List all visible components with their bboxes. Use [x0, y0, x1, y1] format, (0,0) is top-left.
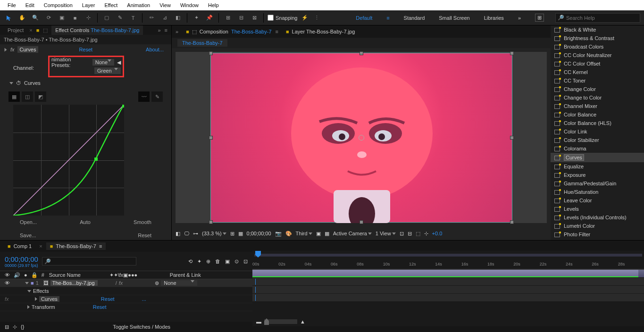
tab-project[interactable]: Project	[4, 25, 27, 35]
effect-item-channel-mixer[interactable]: Channel Mixer	[551, 102, 644, 110]
effect-item-color-balance[interactable]: Color Balance	[551, 110, 644, 119]
effect-item-black-white[interactable]: Black & White	[551, 25, 644, 34]
viewer-opt1-icon[interactable]: ⊡	[400, 231, 404, 237]
tl-icon-3[interactable]: ⊕	[206, 258, 210, 265]
snapping-menu-icon[interactable]: ⋮	[312, 13, 322, 23]
curve-control-point[interactable]	[94, 158, 98, 161]
effects-twirl[interactable]	[27, 290, 31, 292]
layer-row-1[interactable]: 👁 ■ 1 🖼 The-Bos...by-7.jpg / fx ⊚ None	[0, 279, 252, 287]
curve-pencil-icon[interactable]: ✎	[151, 91, 163, 102]
zoom-dropdown[interactable]: (33.3 %)	[202, 231, 226, 236]
parent-dropdown[interactable]: None	[161, 280, 197, 286]
workspace-overflow-icon[interactable]: »	[518, 15, 521, 21]
anchor-tool[interactable]: ⊹	[83, 13, 93, 23]
view-axis-icon[interactable]: ⊠	[249, 13, 259, 23]
effect-item-cc-color-offset[interactable]: CC Color Offset	[551, 59, 644, 68]
tl-icon-5[interactable]: ▣	[225, 258, 230, 265]
menu-view[interactable]: View	[155, 1, 176, 9]
effect-item-cc-toner[interactable]: CC Toner	[551, 76, 644, 85]
close-comp1-icon[interactable]: ×	[39, 243, 42, 249]
bbox-handle-t[interactable]	[360, 51, 363, 55]
camera-dropdown[interactable]: Active Camera	[333, 231, 372, 236]
col-lock-icon[interactable]: 🔒	[31, 272, 38, 278]
menu-layer[interactable]: Layer	[77, 1, 100, 9]
timeline-tab-main[interactable]: ■The-Boss-Baby-7≡	[46, 242, 106, 250]
clone-tool[interactable]: ⊿	[159, 13, 170, 23]
zoom-in-icon[interactable]: ▲	[300, 319, 305, 324]
col-solo-icon[interactable]: ●	[24, 272, 27, 278]
curves-reset-button[interactable]: Reset	[138, 232, 151, 238]
comp-tab-menu-icon[interactable]: ≡	[276, 29, 278, 34]
effect-item-exposure[interactable]: Exposure	[551, 171, 644, 179]
camera-tool[interactable]: ■	[70, 13, 80, 23]
panel-overflow-left-icon[interactable]: »	[176, 29, 178, 34]
effect-item-levels[interactable]: Levels	[551, 205, 644, 213]
effect-item-hue-saturation[interactable]: Hue/Saturation	[551, 188, 644, 196]
zoom-tool[interactable]: 🔍	[30, 13, 41, 23]
color-wheel-icon[interactable]: 🎨	[285, 231, 292, 237]
curves-open-button[interactable]: Open...	[20, 219, 37, 225]
current-time[interactable]: 0;00;00;00	[5, 255, 38, 263]
viewer-opt4-icon[interactable]: ⊹	[424, 231, 428, 237]
brush-tool[interactable]: ✏	[146, 13, 157, 23]
stopwatch-icon[interactable]: ⏱	[16, 80, 21, 86]
eraser-tool[interactable]: ◧	[173, 13, 183, 23]
effect-item-color-stabilizer[interactable]: Color Stabilizer	[551, 136, 644, 144]
effect-reset-link[interactable]: Reset	[79, 47, 92, 52]
tl-footer-icon-3[interactable]: {}	[21, 324, 24, 330]
panel-overflow-icon[interactable]: »	[158, 27, 160, 33]
effect-item-change-color[interactable]: Change Color	[551, 85, 644, 93]
workspace-default[interactable]: Default	[356, 15, 372, 21]
bbox-handle-tl[interactable]	[209, 51, 213, 55]
viewer-opt3-icon[interactable]: ⬚	[416, 231, 420, 237]
text-tool[interactable]: T	[128, 13, 138, 23]
viewer-alpha-icon[interactable]: ◧	[176, 231, 180, 237]
hand-tool[interactable]: ✋	[17, 13, 27, 23]
bbox-handle-l[interactable]	[209, 136, 213, 140]
rotate-tool[interactable]: ▣	[57, 13, 67, 23]
channel-dropdown[interactable]: Green	[94, 67, 121, 74]
bbox-handle-br[interactable]	[510, 220, 514, 224]
layer-track-1[interactable]	[252, 270, 644, 278]
comp-subtab[interactable]: The-Boss-Baby-7	[177, 39, 227, 47]
tl-icon-4[interactable]: 🗑	[215, 258, 220, 265]
tl-footer-icon-2[interactable]: ⊹	[13, 324, 17, 330]
time-ruler[interactable]: 00s02s04s06s08s10s12s14s16s18s20s22s24s2…	[252, 261, 644, 269]
bbox-handle-tr[interactable]	[510, 51, 514, 55]
col-audio-icon[interactable]: 🔊	[14, 272, 20, 278]
col-vis-icon[interactable]: 👁	[5, 272, 10, 278]
exposure-value[interactable]: +0.0	[432, 231, 443, 236]
viewer-grid-icon[interactable]: ▦	[238, 231, 243, 237]
snapshot-icon[interactable]: 📷	[275, 231, 282, 237]
effect-item-photo-filter[interactable]: Photo Filter	[551, 230, 644, 239]
snapping-checkbox[interactable]	[268, 15, 274, 21]
effect-about-link[interactable]: About...	[146, 47, 164, 52]
search-help-input[interactable]	[566, 15, 638, 21]
effect-item-color-balance-hls-[interactable]: Color Balance (HLS)	[551, 119, 644, 127]
local-axis-icon[interactable]: ⊞	[223, 13, 233, 23]
workspace-menu-icon[interactable]: ≡	[386, 15, 389, 21]
curves-toggle-triangle[interactable]	[9, 82, 13, 84]
menu-window[interactable]: Window	[176, 1, 203, 9]
viewer-res-icon[interactable]: ⊞	[230, 231, 234, 237]
tl-icon-6[interactable]: ⊙	[234, 258, 239, 265]
effect-item-brightness-contrast[interactable]: Brightness & Contrast	[551, 34, 644, 42]
curves-row-reset[interactable]: Reset	[101, 296, 115, 302]
pen-tool[interactable]: ✎	[115, 13, 125, 23]
effect-item-broadcast-colors[interactable]: Broadcast Colors	[551, 42, 644, 51]
toolbar-extra-icon[interactable]: ⊞	[535, 14, 544, 22]
viewer-flowchart-icon[interactable]: ⊶	[193, 231, 198, 237]
effect-item-leave-color[interactable]: Leave Color	[551, 196, 644, 205]
shape-tool[interactable]: ▢	[101, 13, 112, 23]
menu-file[interactable]: File	[3, 1, 21, 9]
curve-linear-icon[interactable]: ◩	[35, 91, 46, 102]
tl-icon-2[interactable]: ✦	[197, 258, 201, 265]
transform-row-reset[interactable]: Reset	[93, 304, 107, 310]
work-area-bar[interactable]	[254, 254, 642, 257]
effect-item-ps-arbitrary-map[interactable]: PS Arbitrary Map	[551, 239, 644, 240]
toggle-switches-button[interactable]: Toggle Switches / Modes	[113, 324, 170, 330]
roto-tool[interactable]: ✦	[191, 13, 201, 23]
menu-edit[interactable]: Edit	[21, 1, 39, 9]
viewer-display-icon[interactable]: 🖵	[184, 231, 189, 236]
effect-item-colorama[interactable]: Colorama	[551, 144, 644, 153]
